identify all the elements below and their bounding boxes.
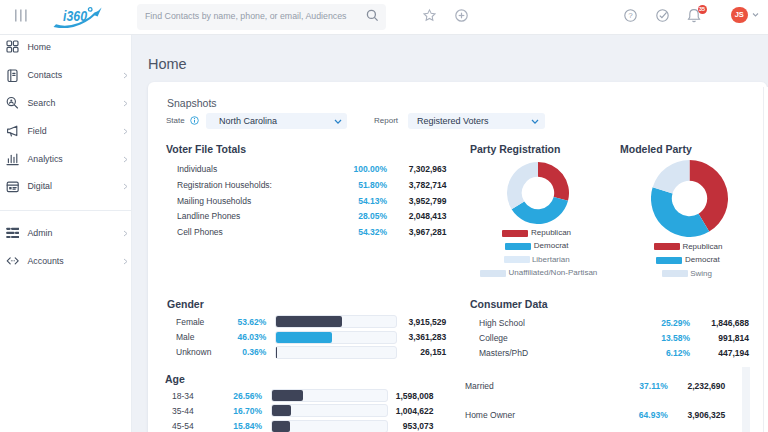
svg-text:?: ? (628, 11, 633, 20)
svg-text:i360: i360 (63, 8, 87, 24)
